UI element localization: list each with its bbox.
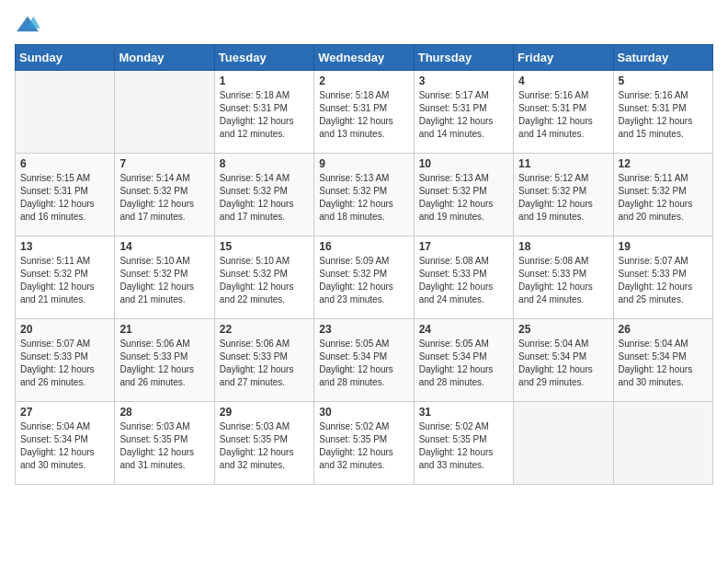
day-info: Sunrise: 5:04 AM Sunset: 5:34 PM Dayligh… <box>20 420 109 472</box>
day-info: Sunrise: 5:05 AM Sunset: 5:34 PM Dayligh… <box>419 338 508 389</box>
weekday-header-sunday: Sunday <box>16 45 115 71</box>
day-info: Sunrise: 5:13 AM Sunset: 5:32 PM Dayligh… <box>319 172 408 224</box>
calendar-day-30: 30Sunrise: 5:02 AM Sunset: 5:35 PM Dayli… <box>314 402 414 485</box>
day-number: 27 <box>20 406 109 419</box>
calendar-day-empty <box>613 402 712 485</box>
calendar-week-row: 20Sunrise: 5:07 AM Sunset: 5:33 PM Dayli… <box>16 319 713 402</box>
day-number: 3 <box>419 75 508 87</box>
calendar-week-row: 6Sunrise: 5:15 AM Sunset: 5:31 PM Daylig… <box>16 154 713 236</box>
day-number: 18 <box>518 240 608 253</box>
calendar-day-10: 10Sunrise: 5:13 AM Sunset: 5:32 PM Dayli… <box>414 154 513 236</box>
day-number: 4 <box>518 75 608 87</box>
day-info: Sunrise: 5:04 AM Sunset: 5:34 PM Dayligh… <box>518 338 608 389</box>
day-number: 13 <box>20 240 109 253</box>
calendar-day-3: 3Sunrise: 5:17 AM Sunset: 5:31 PM Daylig… <box>414 71 513 154</box>
calendar-day-18: 18Sunrise: 5:08 AM Sunset: 5:33 PM Dayli… <box>514 236 613 319</box>
day-info: Sunrise: 5:06 AM Sunset: 5:33 PM Dayligh… <box>119 338 209 389</box>
day-number: 11 <box>518 157 608 170</box>
day-number: 9 <box>319 157 408 170</box>
calendar-day-8: 8Sunrise: 5:14 AM Sunset: 5:32 PM Daylig… <box>214 154 313 236</box>
calendar-day-empty <box>514 402 613 485</box>
day-info: Sunrise: 5:06 AM Sunset: 5:33 PM Dayligh… <box>220 338 309 389</box>
day-number: 14 <box>119 240 209 253</box>
calendar-day-26: 26Sunrise: 5:04 AM Sunset: 5:34 PM Dayli… <box>613 319 712 402</box>
calendar-day-19: 19Sunrise: 5:07 AM Sunset: 5:33 PM Dayli… <box>613 236 712 319</box>
day-info: Sunrise: 5:08 AM Sunset: 5:33 PM Dayligh… <box>518 255 608 306</box>
day-number: 12 <box>619 157 708 170</box>
day-number: 23 <box>319 323 408 336</box>
day-info: Sunrise: 5:10 AM Sunset: 5:32 PM Dayligh… <box>119 255 209 306</box>
day-info: Sunrise: 5:04 AM Sunset: 5:34 PM Dayligh… <box>619 338 708 389</box>
calendar-day-21: 21Sunrise: 5:06 AM Sunset: 5:33 PM Dayli… <box>115 319 214 402</box>
day-number: 28 <box>119 406 209 419</box>
day-info: Sunrise: 5:14 AM Sunset: 5:32 PM Dayligh… <box>220 172 309 224</box>
calendar-day-2: 2Sunrise: 5:18 AM Sunset: 5:31 PM Daylig… <box>314 71 414 154</box>
calendar-day-27: 27Sunrise: 5:04 AM Sunset: 5:34 PM Dayli… <box>16 402 115 485</box>
day-info: Sunrise: 5:03 AM Sunset: 5:35 PM Dayligh… <box>119 420 209 472</box>
day-info: Sunrise: 5:18 AM Sunset: 5:31 PM Dayligh… <box>220 89 309 141</box>
day-info: Sunrise: 5:10 AM Sunset: 5:32 PM Dayligh… <box>220 255 309 306</box>
calendar-day-12: 12Sunrise: 5:11 AM Sunset: 5:32 PM Dayli… <box>613 154 712 236</box>
day-info: Sunrise: 5:11 AM Sunset: 5:32 PM Dayligh… <box>20 255 109 306</box>
day-info: Sunrise: 5:18 AM Sunset: 5:31 PM Dayligh… <box>319 89 408 141</box>
weekday-header-monday: Monday <box>115 45 214 71</box>
weekday-header-thursday: Thursday <box>414 45 513 71</box>
calendar-day-23: 23Sunrise: 5:05 AM Sunset: 5:34 PM Dayli… <box>314 319 414 402</box>
calendar-day-20: 20Sunrise: 5:07 AM Sunset: 5:33 PM Dayli… <box>16 319 115 402</box>
calendar-day-28: 28Sunrise: 5:03 AM Sunset: 5:35 PM Dayli… <box>115 402 214 485</box>
day-info: Sunrise: 5:07 AM Sunset: 5:33 PM Dayligh… <box>619 255 708 306</box>
logo <box>15 15 44 35</box>
day-number: 26 <box>619 323 708 336</box>
weekday-header-wednesday: Wednesday <box>314 45 414 71</box>
day-number: 6 <box>20 157 109 170</box>
day-number: 22 <box>220 323 309 336</box>
day-number: 2 <box>319 75 408 87</box>
calendar-day-29: 29Sunrise: 5:03 AM Sunset: 5:35 PM Dayli… <box>214 402 313 485</box>
calendar-day-9: 9Sunrise: 5:13 AM Sunset: 5:32 PM Daylig… <box>314 154 414 236</box>
calendar-week-row: 13Sunrise: 5:11 AM Sunset: 5:32 PM Dayli… <box>16 236 713 319</box>
day-info: Sunrise: 5:14 AM Sunset: 5:32 PM Dayligh… <box>119 172 209 224</box>
calendar-week-row: 27Sunrise: 5:04 AM Sunset: 5:34 PM Dayli… <box>16 402 713 485</box>
day-number: 17 <box>419 240 508 253</box>
day-number: 19 <box>619 240 708 253</box>
calendar-day-31: 31Sunrise: 5:02 AM Sunset: 5:35 PM Dayli… <box>414 402 513 485</box>
weekday-header-tuesday: Tuesday <box>214 45 313 71</box>
calendar-day-7: 7Sunrise: 5:14 AM Sunset: 5:32 PM Daylig… <box>115 154 214 236</box>
calendar-day-empty <box>16 71 115 154</box>
day-number: 10 <box>419 157 508 170</box>
day-number: 1 <box>220 75 309 87</box>
logo-icon <box>15 15 40 35</box>
calendar-day-4: 4Sunrise: 5:16 AM Sunset: 5:31 PM Daylig… <box>514 71 613 154</box>
page-header <box>15 15 713 35</box>
calendar-header: SundayMondayTuesdayWednesdayThursdayFrid… <box>16 45 713 71</box>
day-number: 29 <box>220 406 309 419</box>
day-number: 20 <box>20 323 109 336</box>
calendar-body: 1Sunrise: 5:18 AM Sunset: 5:31 PM Daylig… <box>16 71 713 485</box>
day-number: 25 <box>518 323 608 336</box>
calendar-day-13: 13Sunrise: 5:11 AM Sunset: 5:32 PM Dayli… <box>16 236 115 319</box>
day-number: 16 <box>319 240 408 253</box>
calendar-day-17: 17Sunrise: 5:08 AM Sunset: 5:33 PM Dayli… <box>414 236 513 319</box>
calendar-day-15: 15Sunrise: 5:10 AM Sunset: 5:32 PM Dayli… <box>214 236 313 319</box>
calendar-day-1: 1Sunrise: 5:18 AM Sunset: 5:31 PM Daylig… <box>214 71 313 154</box>
day-info: Sunrise: 5:16 AM Sunset: 5:31 PM Dayligh… <box>619 89 708 141</box>
day-number: 5 <box>619 75 708 87</box>
weekday-header-saturday: Saturday <box>613 45 712 71</box>
calendar-day-14: 14Sunrise: 5:10 AM Sunset: 5:32 PM Dayli… <box>115 236 214 319</box>
day-number: 21 <box>119 323 209 336</box>
day-number: 24 <box>419 323 508 336</box>
calendar-day-24: 24Sunrise: 5:05 AM Sunset: 5:34 PM Dayli… <box>414 319 513 402</box>
calendar-day-25: 25Sunrise: 5:04 AM Sunset: 5:34 PM Dayli… <box>514 319 613 402</box>
day-info: Sunrise: 5:17 AM Sunset: 5:31 PM Dayligh… <box>419 89 508 141</box>
calendar-week-row: 1Sunrise: 5:18 AM Sunset: 5:31 PM Daylig… <box>16 71 713 154</box>
day-number: 8 <box>220 157 309 170</box>
day-info: Sunrise: 5:09 AM Sunset: 5:32 PM Dayligh… <box>319 255 408 306</box>
calendar-day-11: 11Sunrise: 5:12 AM Sunset: 5:32 PM Dayli… <box>514 154 613 236</box>
calendar-day-16: 16Sunrise: 5:09 AM Sunset: 5:32 PM Dayli… <box>314 236 414 319</box>
day-number: 7 <box>119 157 209 170</box>
day-info: Sunrise: 5:02 AM Sunset: 5:35 PM Dayligh… <box>419 420 508 472</box>
day-info: Sunrise: 5:16 AM Sunset: 5:31 PM Dayligh… <box>518 89 608 141</box>
day-number: 15 <box>220 240 309 253</box>
day-info: Sunrise: 5:11 AM Sunset: 5:32 PM Dayligh… <box>619 172 708 224</box>
calendar-day-empty <box>115 71 214 154</box>
